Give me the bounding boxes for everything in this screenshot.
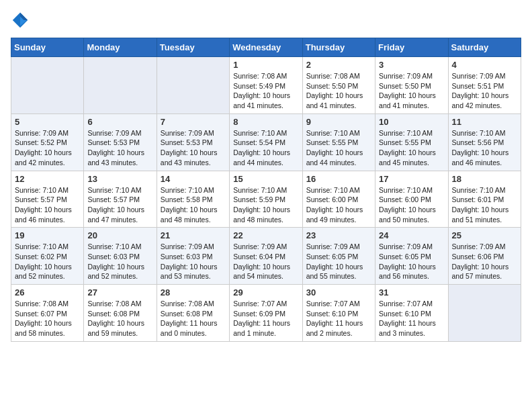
day-number: 30 — [306, 287, 371, 298]
calendar-cell: 29Sunrise: 7:07 AMSunset: 6:09 PMDayligh… — [230, 285, 302, 342]
day-number: 23 — [306, 230, 371, 240]
calendar-cell: 3Sunrise: 7:09 AMSunset: 5:50 PMDaylight… — [375, 57, 448, 114]
calendar-week-row: 19Sunrise: 7:10 AMSunset: 6:02 PMDayligh… — [11, 228, 521, 285]
day-info: Sunrise: 7:10 AMSunset: 6:00 PMDaylight:… — [379, 185, 444, 225]
day-header-thursday: Thursday — [302, 38, 375, 57]
calendar-cell: 14Sunrise: 7:10 AMSunset: 5:58 PMDayligh… — [157, 171, 229, 228]
page-header — [11, 11, 521, 30]
day-info: Sunrise: 7:07 AMSunset: 6:10 PMDaylight:… — [306, 299, 371, 338]
day-header-monday: Monday — [84, 38, 157, 57]
day-info: Sunrise: 7:09 AMSunset: 6:03 PMDaylight:… — [161, 242, 226, 281]
day-info: Sunrise: 7:09 AMSunset: 6:05 PMDaylight:… — [379, 242, 444, 281]
day-info: Sunrise: 7:09 AMSunset: 5:52 PMDaylight:… — [15, 128, 80, 168]
day-info: Sunrise: 7:09 AMSunset: 5:53 PMDaylight:… — [87, 128, 152, 168]
calendar-cell: 20Sunrise: 7:10 AMSunset: 6:03 PMDayligh… — [84, 228, 157, 285]
day-number: 7 — [161, 117, 226, 127]
day-number: 2 — [306, 60, 371, 70]
calendar-cell — [448, 285, 521, 342]
day-info: Sunrise: 7:08 AMSunset: 5:50 PMDaylight:… — [306, 71, 371, 111]
day-number: 29 — [233, 287, 298, 298]
day-number: 19 — [15, 230, 80, 240]
calendar-cell: 31Sunrise: 7:07 AMSunset: 6:10 PMDayligh… — [375, 285, 448, 342]
day-number: 25 — [452, 230, 517, 240]
day-info: Sunrise: 7:07 AMSunset: 6:09 PMDaylight:… — [233, 299, 298, 338]
day-info: Sunrise: 7:09 AMSunset: 5:53 PMDaylight:… — [161, 128, 226, 168]
calendar-cell: 25Sunrise: 7:09 AMSunset: 6:06 PMDayligh… — [448, 228, 521, 285]
calendar-cell: 24Sunrise: 7:09 AMSunset: 6:05 PMDayligh… — [375, 228, 448, 285]
calendar-cell: 10Sunrise: 7:10 AMSunset: 5:55 PMDayligh… — [375, 113, 448, 171]
day-number: 4 — [452, 60, 517, 70]
day-number: 26 — [15, 287, 80, 298]
logo-icon — [11, 11, 30, 30]
calendar-cell: 11Sunrise: 7:10 AMSunset: 5:56 PMDayligh… — [448, 113, 521, 171]
calendar-cell — [11, 57, 84, 114]
calendar-week-row: 26Sunrise: 7:08 AMSunset: 6:07 PMDayligh… — [11, 285, 521, 342]
calendar-cell: 26Sunrise: 7:08 AMSunset: 6:07 PMDayligh… — [11, 285, 84, 342]
calendar-cell: 12Sunrise: 7:10 AMSunset: 5:57 PMDayligh… — [11, 171, 84, 228]
day-info: Sunrise: 7:10 AMSunset: 5:55 PMDaylight:… — [306, 128, 371, 168]
calendar-header-row: SundayMondayTuesdayWednesdayThursdayFrid… — [11, 38, 521, 57]
calendar-cell: 18Sunrise: 7:10 AMSunset: 6:01 PMDayligh… — [448, 171, 521, 228]
calendar-cell: 30Sunrise: 7:07 AMSunset: 6:10 PMDayligh… — [302, 285, 375, 342]
day-header-sunday: Sunday — [11, 38, 84, 57]
calendar-cell: 19Sunrise: 7:10 AMSunset: 6:02 PMDayligh… — [11, 228, 84, 285]
calendar-cell: 8Sunrise: 7:10 AMSunset: 5:54 PMDaylight… — [230, 113, 302, 171]
day-info: Sunrise: 7:10 AMSunset: 5:54 PMDaylight:… — [233, 128, 298, 168]
day-number: 20 — [87, 230, 152, 240]
calendar-week-row: 12Sunrise: 7:10 AMSunset: 5:57 PMDayligh… — [11, 171, 521, 228]
day-number: 22 — [233, 230, 298, 240]
calendar-table: SundayMondayTuesdayWednesdayThursdayFrid… — [11, 38, 521, 342]
day-number: 16 — [306, 174, 371, 184]
calendar-cell: 17Sunrise: 7:10 AMSunset: 6:00 PMDayligh… — [375, 171, 448, 228]
day-header-tuesday: Tuesday — [157, 38, 229, 57]
logo — [11, 11, 32, 30]
day-info: Sunrise: 7:09 AMSunset: 6:05 PMDaylight:… — [306, 242, 371, 281]
day-info: Sunrise: 7:09 AMSunset: 5:51 PMDaylight:… — [452, 71, 517, 111]
day-number: 12 — [15, 174, 80, 184]
calendar-cell: 15Sunrise: 7:10 AMSunset: 5:59 PMDayligh… — [230, 171, 302, 228]
day-info: Sunrise: 7:10 AMSunset: 5:57 PMDaylight:… — [87, 185, 152, 225]
day-info: Sunrise: 7:09 AMSunset: 6:04 PMDaylight:… — [233, 242, 298, 281]
day-number: 5 — [15, 117, 80, 127]
day-number: 6 — [87, 117, 152, 127]
day-info: Sunrise: 7:10 AMSunset: 6:01 PMDaylight:… — [452, 185, 517, 225]
day-number: 11 — [452, 117, 517, 127]
day-header-wednesday: Wednesday — [230, 38, 302, 57]
day-header-saturday: Saturday — [448, 38, 521, 57]
day-number: 15 — [233, 174, 298, 184]
day-number: 8 — [233, 117, 298, 127]
day-info: Sunrise: 7:10 AMSunset: 5:58 PMDaylight:… — [161, 185, 226, 225]
calendar-cell: 4Sunrise: 7:09 AMSunset: 5:51 PMDaylight… — [448, 57, 521, 114]
calendar-cell — [84, 57, 157, 114]
calendar-cell: 28Sunrise: 7:08 AMSunset: 6:08 PMDayligh… — [157, 285, 229, 342]
calendar-cell: 6Sunrise: 7:09 AMSunset: 5:53 PMDaylight… — [84, 113, 157, 171]
day-number: 9 — [306, 117, 371, 127]
day-number: 1 — [233, 60, 298, 70]
day-info: Sunrise: 7:10 AMSunset: 5:57 PMDaylight:… — [15, 185, 80, 225]
day-info: Sunrise: 7:08 AMSunset: 6:07 PMDaylight:… — [15, 299, 80, 338]
day-info: Sunrise: 7:09 AMSunset: 5:50 PMDaylight:… — [379, 71, 444, 111]
day-number: 18 — [452, 174, 517, 184]
calendar-cell: 1Sunrise: 7:08 AMSunset: 5:49 PMDaylight… — [230, 57, 302, 114]
calendar-cell: 27Sunrise: 7:08 AMSunset: 6:08 PMDayligh… — [84, 285, 157, 342]
day-info: Sunrise: 7:08 AMSunset: 6:08 PMDaylight:… — [87, 299, 152, 338]
day-info: Sunrise: 7:07 AMSunset: 6:10 PMDaylight:… — [379, 299, 444, 338]
calendar-cell: 7Sunrise: 7:09 AMSunset: 5:53 PMDaylight… — [157, 113, 229, 171]
day-number: 14 — [161, 174, 226, 184]
day-number: 17 — [379, 174, 444, 184]
day-number: 10 — [379, 117, 444, 127]
calendar-cell: 22Sunrise: 7:09 AMSunset: 6:04 PMDayligh… — [230, 228, 302, 285]
day-info: Sunrise: 7:10 AMSunset: 5:59 PMDaylight:… — [233, 185, 298, 225]
day-header-friday: Friday — [375, 38, 448, 57]
day-number: 31 — [379, 287, 444, 298]
calendar-cell: 13Sunrise: 7:10 AMSunset: 5:57 PMDayligh… — [84, 171, 157, 228]
calendar-week-row: 1Sunrise: 7:08 AMSunset: 5:49 PMDaylight… — [11, 57, 521, 114]
calendar-cell — [157, 57, 229, 114]
calendar-cell: 2Sunrise: 7:08 AMSunset: 5:50 PMDaylight… — [302, 57, 375, 114]
day-info: Sunrise: 7:10 AMSunset: 6:02 PMDaylight:… — [15, 242, 80, 281]
day-info: Sunrise: 7:08 AMSunset: 5:49 PMDaylight:… — [233, 71, 298, 111]
day-number: 27 — [87, 287, 152, 298]
day-info: Sunrise: 7:08 AMSunset: 6:08 PMDaylight:… — [161, 299, 226, 338]
day-info: Sunrise: 7:09 AMSunset: 6:06 PMDaylight:… — [452, 242, 517, 281]
day-info: Sunrise: 7:10 AMSunset: 6:00 PMDaylight:… — [306, 185, 371, 225]
